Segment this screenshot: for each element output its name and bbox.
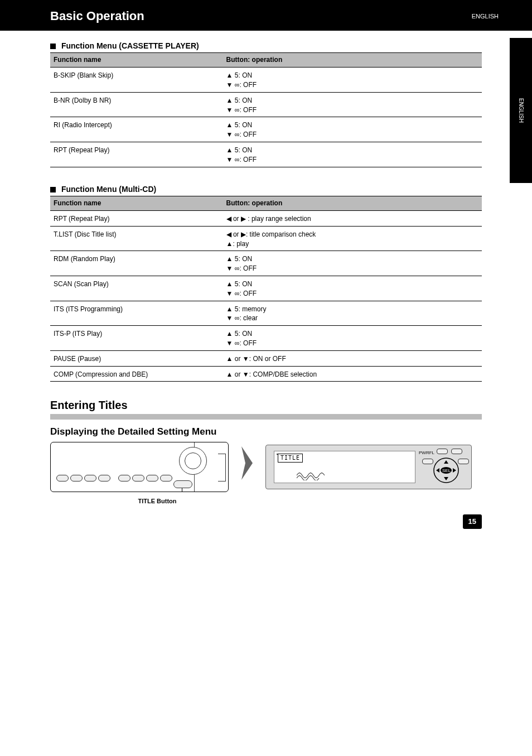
fn-op: ▲ 5: memory ▼ ∞: clear [223,301,482,326]
button-icon [146,475,158,481]
fn-name: PAUSE (Pause) [50,351,223,366]
op-line: 5: ON [235,255,252,263]
fn-name: T.LIST (Disc Title list) [50,227,223,251]
fn-op: ◀ or ▶ 2 or 3: play range selection: pla… [223,211,482,226]
knob-icon [179,447,207,475]
table-row: RI (Radio Intercept) ▲ 5: ON ▼ ∞: OFF [50,117,482,142]
down-triangle-icon: ▼ [226,106,233,114]
svg-marker-2 [444,477,448,480]
op-line: ∞: OFF [235,106,257,114]
illus-left-wrap: TITLE Button [50,442,229,492]
fn-op: ▲ 5: ON ▼ ∞: OFF [223,326,482,350]
op-line: ∞: OFF [235,264,257,272]
fn-op: ▲ 5: ON ▼ ∞: OFF [223,142,482,167]
fn-name: RPT (Repeat Play) [50,211,223,226]
up-triangle-icon: ▲ [226,240,233,248]
right-triangle-icon: ▶ [241,230,246,238]
display-panel-illustration: TITLE PWRFL [265,445,472,489]
button-icon [118,475,130,481]
fn-name: RI (Radio Intercept) [50,117,223,142]
fn-name: ITS-P (ITS Play) [50,326,223,350]
down-triangle-icon: ▼ [243,370,249,378]
button-icon [56,475,69,481]
table-row: RDM (Random Play) ▲ 5: ON ▼ ∞: OFF [50,251,482,276]
dpad-icon: SEL [432,456,460,484]
table-row: ITS (ITS Programming) ▲ 5: memory ▼ ∞: c… [50,301,482,326]
up-triangle-icon: ▲ [226,370,233,378]
op-line: 5: ON [235,121,252,129]
fn-name: COMP (Compression and DBE) [50,367,223,382]
op-line: ∞: OFF [235,81,257,89]
up-triangle-icon: ▲ [226,330,233,338]
up-triangle-icon: ▲ [226,121,233,129]
page-number: 15 [463,514,482,529]
svg-marker-4 [453,468,456,473]
table-row: RPT (Repeat Play) ◀ or ▶ 2 or 3: play ra… [50,211,482,227]
op-line: ∞: OFF [235,339,257,347]
subhead-cassette-text: Function Menu (CASSETTE PLAYER) [61,41,199,50]
right-triangle-icon: ▶ [241,215,246,223]
title-button-icon [173,480,192,488]
fn-op: ▲ 5: ON ▼ ∞: OFF [223,117,482,142]
col-head-op: Button: operation [223,196,482,210]
up-triangle-icon: ▲ [226,280,233,288]
up-triangle-icon: ▲ [226,97,233,104]
header-title: Basic Operation [50,8,144,25]
left-triangle-icon: ◀ [226,215,231,223]
op-line: ∞: OFF [235,156,257,163]
down-triangle-icon: ▼ [226,131,233,138]
down-triangle-icon: ▼ [226,339,233,347]
down-triangle-icon: ▼ [226,314,233,322]
fn-name: RPT (Repeat Play) [50,142,223,167]
col-head-name: Function name [50,196,223,210]
down-triangle-icon: ▼ [226,81,233,89]
table-row: ITS-P (ITS Play) ▲ 5: ON ▼ ∞: OFF [50,326,482,351]
bullet-icon [50,44,56,49]
table-head-cassette: Function name Button: operation [50,53,482,68]
section-title: Entering Titles [50,397,482,413]
op-line: 5: ON [235,280,252,288]
col-head-op: Button: operation [223,53,482,67]
button-icon [70,475,83,481]
title-display-icon: TITLE [278,454,303,463]
table-row: B-NR (Dolby B NR) ▲ 5: ON ▼ ∞: OFF [50,93,482,118]
fn-op: ▲ 5: ON ▼ ∞: OFF [223,276,482,301]
table-row: B-SKIP (Blank Skip) ▲ 5: ON ▼ ∞: OFF [50,68,482,93]
fn-op: ▲ 5: ON ▼ ∞: OFF [223,251,482,276]
table-row: PAUSE (Pause) ▲ or ▼: ON or OFF 5 or ∞: … [50,351,482,367]
down-triangle-icon: ▼ [226,264,233,272]
up-triangle-icon: ▲ [226,146,233,154]
fn-name: B-SKIP (Blank Skip) [50,68,223,92]
button-icon [98,475,110,481]
button-icon [132,475,144,481]
section-divider [50,414,482,420]
bullet-icon [50,187,56,192]
up-triangle-icon: ▲ [226,305,233,313]
op-line: ∞: clear [235,314,258,322]
op-line: 5: memory [235,305,267,313]
fn-op: ◀ or ▶: title comparison check ▲: play 2… [223,227,482,251]
table-row: RPT (Repeat Play) ▲ 5: ON ▼ ∞: OFF [50,142,482,167]
down-triangle-icon: ▼ [226,156,233,163]
small-button-icon [437,449,448,454]
arrow-icon [239,444,255,490]
table-row: T.LIST (Disc Title list) ◀ or ▶: title c… [50,227,482,252]
fn-name: ITS (ITS Programming) [50,301,223,326]
up-triangle-icon: ▲ [226,255,233,263]
table-row: SCAN (Scan Play) ▲ 5: ON ▼ ∞: OFF [50,276,482,301]
op-line: 5: ON [235,97,252,104]
table-head-multicd: Function name Button: operation [50,196,482,211]
fn-op: ▲ 5: ON ▼ ∞: OFF [223,93,482,117]
sel-label: SEL [442,468,451,474]
op-line: 5: ON [235,330,252,338]
illustration-row: TITLE Button TITLE PWRFL [50,442,482,492]
fn-op: ▲ or ▼: ON or OFF 5 or ∞: ON or OFF [223,351,482,366]
fn-name: SCAN (Scan Play) [50,276,223,301]
button-icon [160,475,172,481]
wave-icon [297,470,325,480]
op-line: 5: ON [235,146,252,154]
op-line: 5: ON [235,71,252,79]
op-line: ∞: OFF [235,290,257,297]
left-triangle-icon: ◀ [226,230,231,238]
device-panel-illustration [50,442,229,492]
